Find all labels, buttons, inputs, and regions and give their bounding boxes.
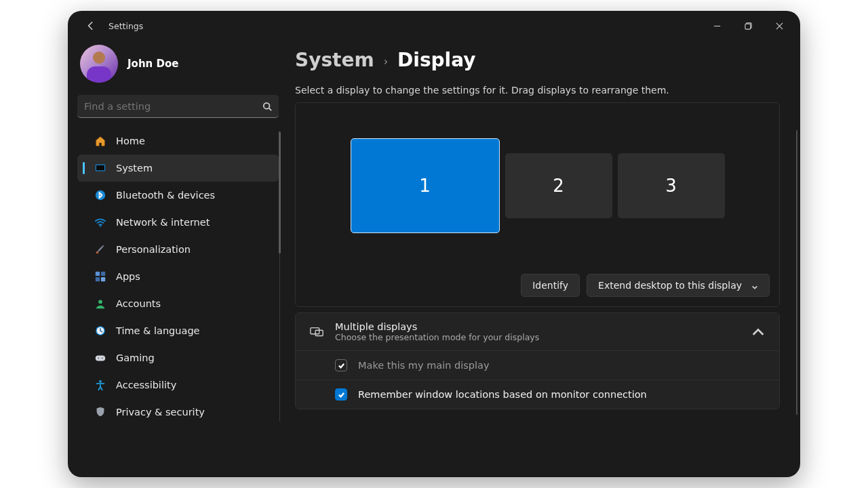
person-icon [94, 298, 106, 310]
svg-rect-15 [96, 355, 105, 361]
sidebar-item-label: Personalization [116, 244, 191, 255]
window-controls [701, 15, 795, 37]
accessibility-icon [94, 379, 106, 391]
sidebar-item-label: System [116, 163, 153, 174]
sidebar-item-system[interactable]: System [77, 155, 279, 182]
sidebar: John Doe Home System [68, 41, 288, 477]
sidebar-nav: Home System Bluetooth & devices Network … [77, 127, 279, 426]
gamepad-icon [94, 352, 106, 364]
row-title: Remember window locations based on monit… [358, 389, 647, 400]
back-icon [86, 21, 96, 30]
svg-rect-11 [101, 277, 105, 281]
sidebar-item-label: Home [116, 136, 145, 146]
main-scrollbar[interactable] [796, 130, 797, 464]
identify-button[interactable]: Identify [521, 274, 580, 297]
clock-icon [94, 325, 106, 337]
svg-rect-1 [745, 24, 750, 29]
sidebar-item-privacy[interactable]: Privacy & security [77, 399, 279, 426]
profile-name: John Doe [127, 58, 178, 70]
sidebar-item-time[interactable]: Time & language [77, 317, 279, 344]
monitor-2[interactable]: 2 [505, 153, 612, 218]
sidebar-item-bluetooth[interactable]: Bluetooth & devices [77, 182, 279, 209]
sidebar-item-accounts[interactable]: Accounts [77, 290, 279, 317]
minimize-button[interactable] [701, 15, 732, 37]
monitor-3[interactable]: 3 [618, 153, 725, 218]
display-mode-dropdown[interactable]: Extend desktop to this display [587, 274, 770, 297]
sidebar-item-label: Bluetooth & devices [116, 190, 215, 201]
display-mode-label: Extend desktop to this display [598, 280, 742, 291]
sidebar-scrollbar-thumb[interactable] [279, 131, 281, 253]
system-icon [94, 162, 106, 174]
shield-icon [94, 406, 106, 418]
sidebar-item-label: Apps [116, 271, 140, 282]
paintbrush-icon [94, 243, 106, 256]
wifi-icon [94, 216, 106, 228]
titlebar: Settings [68, 11, 800, 41]
svg-point-2 [264, 102, 270, 108]
svg-rect-8 [96, 272, 100, 276]
home-icon [94, 135, 106, 147]
svg-rect-4 [96, 165, 104, 171]
breadcrumb-parent[interactable]: System [295, 49, 374, 71]
svg-point-7 [96, 251, 99, 254]
sidebar-item-label: Privacy & security [116, 407, 205, 418]
chevron-up-icon [751, 325, 766, 340]
svg-point-12 [98, 300, 102, 304]
svg-rect-9 [101, 272, 105, 276]
svg-point-16 [98, 358, 99, 359]
search-icon [262, 102, 272, 111]
make-main-display-row[interactable]: Make this my main display [296, 350, 779, 380]
row-title: Make this my main display [358, 360, 490, 371]
sidebar-item-accessibility[interactable]: Accessibility [77, 371, 279, 399]
settings-window: Settings John Doe Home [68, 11, 800, 477]
breadcrumb-current: Display [397, 49, 475, 71]
sidebar-item-home[interactable]: Home [77, 127, 279, 155]
multiple-displays-section: Multiple displays Choose the presentatio… [295, 312, 780, 409]
profile[interactable]: John Doe [77, 41, 279, 95]
app-title: Settings [108, 21, 143, 31]
remember-locations-row[interactable]: Remember window locations based on monit… [296, 380, 779, 409]
breadcrumb: System › Display [295, 41, 780, 85]
bluetooth-icon [94, 189, 106, 201]
back-button[interactable] [80, 15, 102, 37]
sidebar-item-label: Gaming [116, 352, 155, 363]
sidebar-item-label: Time & language [116, 325, 200, 336]
monitor-1[interactable]: 1 [351, 138, 500, 233]
search-box[interactable] [77, 95, 279, 118]
close-button[interactable] [764, 15, 795, 37]
sidebar-item-label: Accounts [116, 298, 161, 309]
search-input[interactable] [84, 101, 262, 112]
svg-point-6 [100, 225, 101, 226]
row-title: Multiple displays [335, 321, 539, 332]
chevron-right-icon: › [384, 55, 388, 68]
monitor-row: 1 2 3 [351, 138, 725, 233]
display-arrangement-box: 1 2 3 Identify Extend desktop to this di… [295, 102, 780, 307]
svg-point-18 [99, 380, 102, 383]
sidebar-item-network[interactable]: Network & internet [77, 209, 279, 236]
row-subtitle: Choose the presentation mode for your di… [335, 332, 539, 342]
multiple-displays-icon [309, 325, 324, 340]
sidebar-item-personalization[interactable]: Personalization [77, 236, 279, 263]
apps-icon [94, 270, 106, 283]
chevron-down-icon [751, 282, 758, 289]
multiple-displays-header[interactable]: Multiple displays Choose the presentatio… [296, 313, 779, 350]
svg-rect-10 [96, 277, 100, 281]
sidebar-item-label: Network & internet [116, 217, 210, 228]
sidebar-item-apps[interactable]: Apps [77, 263, 279, 290]
avatar [80, 45, 118, 83]
svg-rect-19 [311, 327, 319, 333]
sidebar-item-gaming[interactable]: Gaming [77, 344, 279, 371]
maximize-button[interactable] [732, 15, 764, 37]
svg-point-17 [102, 358, 103, 359]
svg-point-5 [96, 190, 105, 200]
remember-locations-checkbox[interactable] [335, 388, 347, 401]
display-hint: Select a display to change the settings … [295, 85, 780, 96]
make-main-checkbox[interactable] [335, 359, 347, 371]
sidebar-item-label: Accessibility [116, 380, 176, 390]
main-pane: System › Display Select a display to cha… [288, 41, 800, 477]
